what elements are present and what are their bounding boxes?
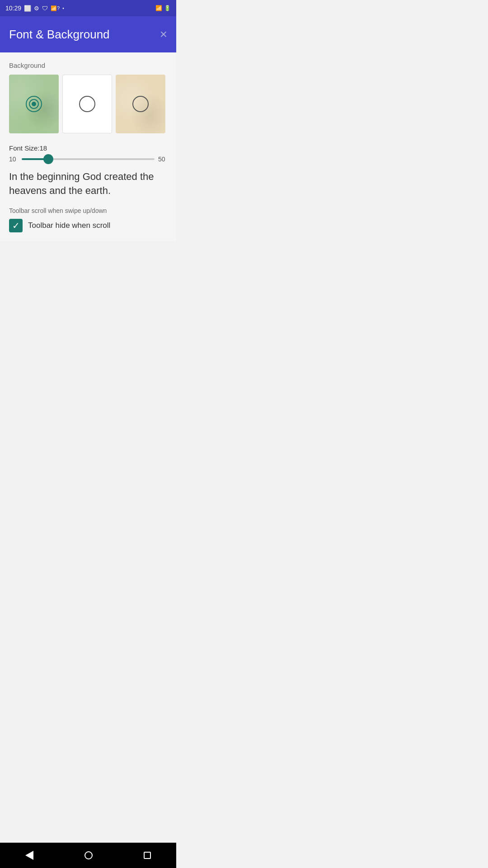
checkmark-icon: ✓ [12, 221, 20, 230]
bg-swatch-white [62, 75, 112, 133]
header: Font & Background × [0, 16, 176, 52]
battery-icon: 🔋 [164, 5, 171, 11]
slider-min: 10 [9, 156, 18, 163]
font-size-slider[interactable] [22, 158, 155, 160]
toolbar-hide-row: ✓ Toolbar hide when scroll [9, 219, 167, 232]
signal-icon: 📶 [155, 5, 162, 11]
shield-icon: 🛡 [42, 5, 48, 12]
background-section: Background [9, 61, 167, 133]
status-bar-right: 📶 🔋 [155, 5, 171, 11]
time-display: 10:29 [5, 5, 21, 12]
wifi-question-icon: 📶? [51, 5, 60, 11]
toolbar-hide-label: Toolbar hide when scroll [28, 221, 110, 230]
background-label: Background [9, 61, 167, 69]
screen-record-icon: ⬜ [24, 5, 31, 12]
toolbar-scroll-label: Toolbar scroll when swipe up/down [9, 207, 167, 214]
font-size-section: Font Size:18 10 50 [9, 144, 167, 163]
page-title: Font & Background [9, 28, 110, 42]
toolbar-section: Toolbar scroll when swipe up/down ✓ Tool… [9, 207, 167, 232]
status-bar: 10:29 ⬜ ⚙ 🛡 📶? • 📶 🔋 [0, 0, 176, 16]
toolbar-hide-checkbox[interactable]: ✓ [9, 219, 23, 232]
preview-text: In the beginning God created the heavens… [9, 170, 167, 198]
bg-option-white[interactable] [62, 75, 112, 133]
settings-icon: ⚙ [34, 5, 39, 12]
radio-cream [132, 96, 149, 112]
slider-container: 10 50 [9, 156, 167, 163]
main-content: Background [0, 52, 176, 241]
radio-green [26, 96, 42, 112]
radio-white [79, 96, 95, 112]
close-button[interactable]: × [160, 28, 167, 41]
slider-thumb[interactable] [43, 154, 53, 164]
bg-option-green[interactable] [9, 75, 59, 133]
dot-icon: • [62, 6, 64, 11]
bg-option-cream[interactable] [116, 75, 165, 133]
bg-swatch-cream [116, 75, 165, 133]
font-size-label: Font Size:18 [9, 144, 167, 152]
status-bar-left: 10:29 ⬜ ⚙ 🛡 📶? • [5, 5, 64, 12]
bg-swatch-green [9, 75, 59, 133]
background-options [9, 75, 167, 133]
slider-max: 50 [158, 156, 167, 163]
